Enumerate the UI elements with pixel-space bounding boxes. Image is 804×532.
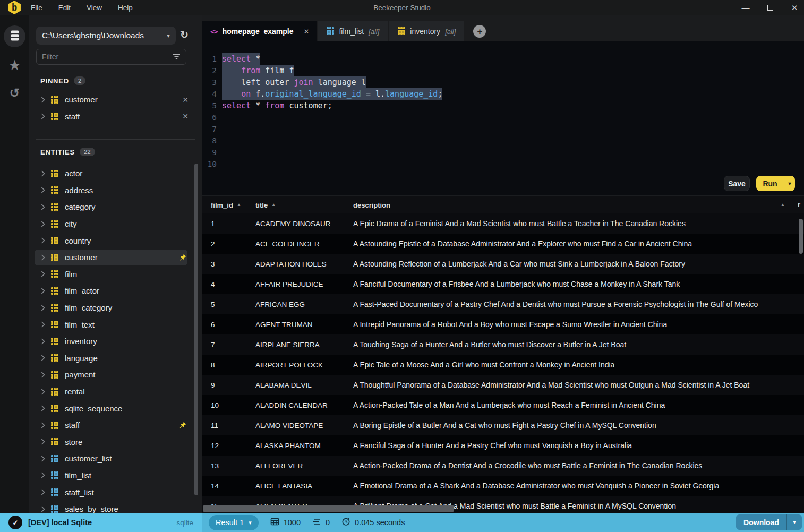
- vertical-scrollbar[interactable]: [799, 219, 803, 254]
- chevron-right-icon[interactable]: [41, 221, 45, 227]
- saved-queries-button[interactable]: ★: [0, 58, 29, 73]
- sql-editor[interactable]: 1select *2 from film f3 left outer join …: [202, 41, 804, 175]
- pinned-section-header[interactable]: PINNED 2: [40, 76, 85, 85]
- table-row[interactable]: 8AIRPORT POLLOCKA Epic Tale of a Moose A…: [202, 355, 804, 375]
- entity-item-language[interactable]: language: [29, 350, 202, 367]
- table-row[interactable]: 2ACE GOLDFINGERA Astounding Epistle of a…: [202, 234, 804, 254]
- connections-nav-button[interactable]: [4, 25, 25, 47]
- code-line[interactable]: 9: [202, 147, 804, 158]
- code-line[interactable]: 4 on f.original_language_id = l.language…: [202, 88, 804, 100]
- menu-help[interactable]: Help: [118, 4, 133, 12]
- entity-item-film_actor[interactable]: film_actor: [29, 282, 202, 299]
- code-line[interactable]: 2 from film f: [202, 65, 804, 76]
- close-icon[interactable]: ✕: [790, 4, 799, 12]
- entity-item-film_category[interactable]: film_category: [29, 299, 202, 316]
- entity-item-store[interactable]: store: [29, 434, 202, 451]
- entities-section-header[interactable]: ENTITIES 22: [40, 148, 95, 156]
- code-line[interactable]: 7: [202, 123, 804, 135]
- tab-homepage_example[interactable]: <>homepage_example✕: [202, 21, 317, 41]
- entity-item-city[interactable]: city: [29, 216, 202, 233]
- chevron-right-icon[interactable]: [41, 405, 45, 411]
- table-row[interactable]: 13ALI FOREVERA Action-Packed Drama of a …: [202, 456, 804, 476]
- pin-icon[interactable]: [179, 253, 187, 261]
- table-row[interactable]: 10ALADDIN CALENDARA Action-Packed Tale o…: [202, 395, 804, 415]
- table-row[interactable]: 3ADAPTATION HOLESA Astounding Reflection…: [202, 254, 804, 274]
- table-row[interactable]: 6AGENT TRUMANA Intrepid Panorama of a Ro…: [202, 314, 804, 334]
- chevron-right-icon[interactable]: [41, 288, 45, 294]
- table-row[interactable]: 7AIRPLANE SIERRAA Touching Saga of a Hun…: [202, 334, 804, 355]
- code-line[interactable]: 8: [202, 135, 804, 147]
- table-row[interactable]: 5AFRICAN EGGA Fast-Paced Documentary of …: [202, 294, 804, 314]
- chevron-right-icon[interactable]: [41, 271, 45, 277]
- new-tab-button[interactable]: +: [473, 25, 486, 38]
- entity-item-sqlite_sequence[interactable]: sqlite_sequence: [29, 400, 202, 417]
- filter-input[interactable]: [42, 53, 173, 61]
- entity-item-actor[interactable]: actor: [29, 165, 202, 182]
- column-header-description[interactable]: description▲: [353, 201, 804, 209]
- entity-item-country[interactable]: country: [29, 232, 202, 249]
- entity-item-staff_list[interactable]: staff_list: [29, 484, 202, 501]
- download-options-caret-icon[interactable]: ▾: [787, 519, 802, 525]
- unpin-icon[interactable]: ✕: [182, 96, 189, 104]
- table-row[interactable]: 11ALAMO VIDEOTAPEA Boring Epistle of a B…: [202, 415, 804, 435]
- chevron-right-icon[interactable]: [41, 187, 45, 193]
- entity-item-rental[interactable]: rental: [29, 383, 202, 400]
- chevron-right-icon[interactable]: [41, 113, 45, 119]
- connection-dropdown[interactable]: C:\Users\ghstng\Downloads ▾: [36, 27, 176, 45]
- entity-item-film_list[interactable]: film_list: [29, 467, 202, 484]
- download-button[interactable]: Download ▾: [736, 514, 802, 530]
- sort-asc-icon[interactable]: ▲: [237, 203, 241, 207]
- menu-view[interactable]: View: [87, 4, 102, 12]
- column-header-title[interactable]: title▲: [255, 201, 353, 209]
- chevron-right-icon[interactable]: [41, 305, 45, 311]
- run-options-caret-icon[interactable]: ▾: [784, 181, 795, 186]
- entity-item-inventory[interactable]: inventory: [29, 333, 202, 350]
- tab-inventory[interactable]: inventory[all]: [389, 21, 464, 41]
- chevron-right-icon[interactable]: [41, 170, 45, 177]
- maximize-icon[interactable]: [766, 5, 774, 11]
- code-line[interactable]: 10: [202, 158, 804, 170]
- entity-item-category[interactable]: category: [29, 199, 202, 216]
- chevron-right-icon[interactable]: [41, 489, 45, 495]
- table-row[interactable]: 9ALABAMA DEVILA Thoughtful Panorama of a…: [202, 375, 804, 395]
- chevron-right-icon[interactable]: [41, 372, 45, 378]
- run-button[interactable]: Run ▾: [756, 176, 795, 191]
- chevron-right-icon[interactable]: [41, 355, 45, 361]
- chevron-right-icon[interactable]: [41, 97, 45, 103]
- sidebar-scrollbar[interactable]: [194, 164, 198, 495]
- pinned-item-staff[interactable]: staff✕: [29, 108, 202, 125]
- chevron-right-icon[interactable]: [41, 321, 45, 328]
- table-row[interactable]: 14ALICE FANTASIAA Emotional Drama of a A…: [202, 476, 804, 496]
- close-tab-icon[interactable]: ✕: [304, 28, 310, 36]
- horizontal-scrollbar[interactable]: [203, 505, 454, 512]
- sort-asc-icon[interactable]: ▲: [271, 203, 276, 207]
- entity-item-film[interactable]: film: [29, 266, 202, 283]
- entity-item-staff[interactable]: staff: [29, 417, 202, 434]
- chevron-right-icon[interactable]: [41, 422, 45, 428]
- menu-file[interactable]: File: [31, 4, 42, 12]
- column-header-film_id[interactable]: film_id▲: [211, 201, 255, 209]
- tab-film_list[interactable]: film_list[all]: [318, 21, 388, 41]
- chevron-right-icon[interactable]: [41, 237, 45, 244]
- chevron-right-icon[interactable]: [41, 389, 45, 395]
- chevron-right-icon[interactable]: [41, 506, 45, 512]
- entity-item-sales_by_store[interactable]: sales_by_store: [29, 501, 202, 513]
- pinned-item-customer[interactable]: customer✕: [29, 91, 202, 108]
- result-selector-button[interactable]: Result 1 ▾: [209, 515, 259, 530]
- table-row[interactable]: 4AFFAIR PREJUDICEA Fanciful Documentary …: [202, 274, 804, 294]
- entity-item-address[interactable]: address: [29, 182, 202, 199]
- sort-asc-icon[interactable]: ▲: [781, 203, 785, 207]
- entity-item-film_text[interactable]: film_text: [29, 316, 202, 333]
- chevron-right-icon[interactable]: [41, 439, 45, 445]
- chevron-right-icon[interactable]: [41, 338, 45, 345]
- entity-item-customer[interactable]: customer: [29, 249, 202, 266]
- pin-icon[interactable]: [179, 421, 187, 429]
- chevron-right-icon[interactable]: [41, 204, 45, 210]
- code-line[interactable]: 1select *: [202, 53, 804, 65]
- code-line[interactable]: 3 left outer join language l: [202, 76, 804, 88]
- unpin-icon[interactable]: ✕: [182, 112, 189, 121]
- table-row[interactable]: 12ALASKA PHANTOMA Fanciful Saga of a Hun…: [202, 435, 804, 456]
- entity-item-customer_list[interactable]: customer_list: [29, 450, 202, 467]
- chevron-right-icon[interactable]: [41, 456, 45, 462]
- table-row[interactable]: 1ACADEMY DINOSAURA Epic Drama of a Femin…: [202, 213, 804, 234]
